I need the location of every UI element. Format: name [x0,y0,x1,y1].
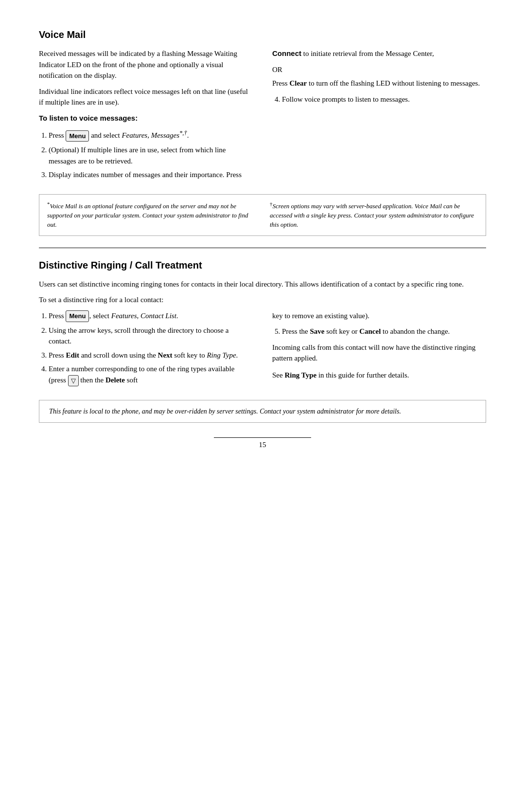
footnote-right-text: Screen options may vary with server-base… [270,202,474,228]
distinctive-notice-box: This feature is local to the phone, and … [39,400,486,423]
distinctive-step1: Press Menu, select Features, Contact Lis… [49,310,253,322]
voice-mail-step4: Follow voice prompts to listen to messag… [282,94,486,105]
connect-suffix: to initiate retrieval from the Message C… [301,50,434,57]
distinctive-step5: Press the Save soft key or Cancel to aba… [282,326,486,337]
distinctive-right-col: key to remove an existing value). Press … [272,310,486,392]
page-number: 15 [259,441,266,449]
voice-mail-right-steps: Follow voice prompts to listen to messag… [282,94,486,105]
footnote-box: *Voice Mail is an optional feature confi… [39,194,486,236]
footnote-right: †Screen options may vary with server-bas… [270,200,478,230]
step1-prefix: Press [49,131,64,139]
distinctive-right-steps: Press the Save soft key or Cancel to aba… [282,326,486,337]
voice-mail-step2: (Optional) If multiple lines are in use,… [49,144,253,166]
distinctive-step3: Press Edit and scroll down using the Nex… [49,350,253,361]
voice-mail-step3: Display indicates number of messages and… [49,169,253,180]
ring-type-italic: Ring Type [207,351,236,359]
distinctive-intro1: Users can set distinctive incoming ringi… [39,279,486,290]
edit-bold: Edit [66,351,79,359]
page-number-area: 15 [39,437,486,449]
listen-label: To listen to voice messages: [39,113,253,124]
distinctive-left-col: Press Menu, select Features, Contact Lis… [39,310,253,392]
section-divider [39,248,486,248]
voice-mail-para2: Individual line indicators reflect voice… [39,86,253,108]
distinctive-intro2: To set a distinctive ring for a local co… [39,294,486,306]
page-divider [214,437,311,438]
menu-button-voice[interactable]: Menu [66,130,89,142]
next-bold: Next [158,351,173,359]
voice-mail-title: Voice Mail [39,29,486,40]
footnote-left-text: Voice Mail is an optional feature config… [47,202,248,228]
d-step4-suffix: then the Delete soft [79,376,138,384]
distinctive-title: Distinctive Ringing / Call Treatment [39,260,486,271]
voice-mail-para1: Received messages will be indicated by a… [39,48,253,81]
connect-text: Connect to initiate retrieval from the M… [272,48,486,59]
distinctive-step4: Enter a number corresponding to one of t… [49,363,253,386]
distinctive-left-steps: Press Menu, select Features, Contact Lis… [49,310,253,387]
connect-bold: Connect [272,49,301,57]
clear-bold: Clear [289,79,307,87]
footnote-left: *Voice Mail is an optional feature confi… [47,200,255,230]
menu-button-distinctive[interactable]: Menu [66,310,89,322]
voice-mail-right-col: Connect to initiate retrieval from the M… [272,48,486,185]
save-bold: Save [310,327,325,335]
voice-mail-steps: Press Menu and select Fea­tures, Message… [49,128,253,180]
key-remove-text: key to remove an existing value). [272,310,486,322]
clear-suffix: to turn off the flashing LED without lis… [307,79,480,87]
cancel-bold: Cancel [359,327,381,335]
arrow-button[interactable]: ▽ [68,375,79,387]
clear-text: Press Clear to turn off the flashing LED… [272,78,486,89]
voice-mail-left-col: Received messages will be indicated by a… [39,48,253,185]
delete-bold: Delete [105,376,125,384]
distinctive-step2: Using the arrow keys, scroll through the… [49,325,253,347]
ring-type-suffix: in this guide for further details. [316,371,409,379]
d-step1-text: , select Features, Contact List. [89,312,178,320]
or-label: OR [272,64,486,75]
distinctive-notice-text: This feature is local to the phone, and … [49,408,401,415]
incoming-calls-text: Incoming calls from this contact will no… [272,342,486,364]
ring-type-text: See Ring Type in this guide for further … [272,370,486,381]
step1-suffix: and select Fea­tures, Messages*,†. [91,131,189,139]
voice-mail-step1: Press Menu and select Fea­tures, Message… [49,128,253,142]
ring-type-bold: Ring Type [284,371,316,379]
d-step1-prefix: Press [49,312,66,320]
